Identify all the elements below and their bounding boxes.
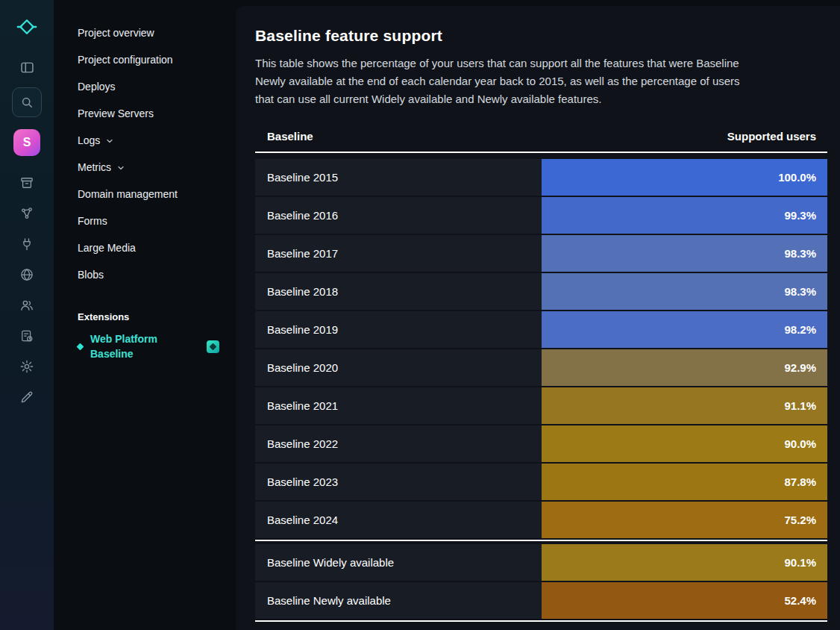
- row-label: Baseline 2023: [255, 464, 542, 500]
- nav-item-label: Deploys: [78, 81, 116, 93]
- sidebar-toggle-button[interactable]: [12, 52, 42, 82]
- table-row: Baseline 2023 87.8%: [255, 464, 827, 500]
- table-row: Baseline 2017 98.3%: [255, 235, 827, 272]
- table-header: Baseline Supported users: [255, 130, 827, 153]
- integrations-rail-button[interactable]: [12, 199, 42, 228]
- main-panel: Baseline feature support This table show…: [236, 6, 840, 630]
- nav-item-label: Metrics: [78, 161, 111, 173]
- row-label: Baseline Newly available: [255, 582, 542, 619]
- row-value-bar: 91.1%: [542, 387, 828, 424]
- row-value-bar: 98.3%: [542, 273, 828, 310]
- row-label: Baseline Widely available: [255, 544, 542, 581]
- nav-item-label: Project overview: [78, 27, 154, 39]
- globe-icon: [19, 267, 34, 282]
- team-avatar[interactable]: S: [13, 129, 40, 156]
- row-value-bar: 90.1%: [542, 544, 828, 581]
- row-label: Baseline 2021: [255, 387, 542, 424]
- nav-item-logs[interactable]: Logs: [78, 127, 221, 154]
- table-bottom-rule: [255, 620, 827, 622]
- page-title: Baseline feature support: [255, 27, 827, 45]
- nav-item-label: Preview Servers: [78, 107, 154, 119]
- nav-item-label: Large Media: [78, 242, 136, 254]
- row-value-bar: 100.0%: [542, 159, 828, 196]
- row-value-bar: 98.2%: [542, 311, 828, 348]
- row-label: Baseline 2022: [255, 425, 542, 462]
- baseline-extension-badge-icon: [207, 340, 219, 353]
- nav-item-label: Forms: [78, 215, 107, 227]
- extension-label: Web Platform Baseline: [90, 331, 178, 361]
- nav-item-deploys[interactable]: Deploys: [78, 73, 221, 100]
- plug-icon: [19, 237, 34, 252]
- page-description: This table shows the percentage of your …: [255, 54, 740, 108]
- project-nav: Project overview Project configuration D…: [54, 0, 236, 630]
- nav-item-project-overview[interactable]: Project overview: [78, 19, 221, 46]
- connect-rail-button[interactable]: [12, 229, 42, 259]
- main-area: Baseline feature support This table show…: [236, 0, 840, 630]
- table-row: Baseline 2015 100.0%: [255, 159, 827, 196]
- nav-item-blobs[interactable]: Blobs: [78, 261, 221, 288]
- row-label: Baseline 2015: [255, 159, 542, 196]
- netlify-logo[interactable]: [12, 12, 42, 42]
- table-row: Baseline 2021 91.1%: [255, 387, 827, 424]
- table-row: Baseline Newly available 52.4%: [255, 582, 827, 619]
- members-rail-button[interactable]: [12, 290, 42, 320]
- row-value-bar: 52.4%: [542, 582, 828, 619]
- nav-item-project-configuration[interactable]: Project configuration: [78, 46, 221, 73]
- row-label: Baseline 2018: [255, 273, 542, 310]
- baseline-table: Baseline Supported users Baseline 2015 1…: [255, 130, 827, 622]
- row-label: Baseline 2024: [255, 502, 542, 538]
- table-row: Baseline 2024 75.2%: [255, 502, 827, 538]
- gear-icon: [19, 359, 34, 374]
- users-icon: [19, 298, 34, 313]
- feedback-rail-button[interactable]: [12, 382, 42, 412]
- row-value-bar: 75.2%: [542, 502, 828, 538]
- nav-item-web-platform-baseline[interactable]: Web Platform Baseline: [78, 331, 219, 361]
- table-separator: [255, 540, 827, 541]
- pencil-icon: [19, 390, 34, 405]
- row-value-bar: 92.9%: [542, 349, 828, 386]
- nav-item-large-media[interactable]: Large Media: [78, 234, 221, 261]
- row-value-bar: 90.0%: [542, 425, 828, 462]
- audit-log-icon: [19, 328, 34, 343]
- sidebar-toggle-icon: [19, 60, 35, 75]
- nav-item-domain-management[interactable]: Domain management: [78, 181, 221, 208]
- nav-item-metrics[interactable]: Metrics: [78, 154, 221, 181]
- row-label: Baseline 2016: [255, 197, 542, 234]
- nav-item-label: Logs: [78, 134, 100, 146]
- table-row: Baseline 2019 98.2%: [255, 311, 827, 348]
- table-row: Baseline 2018 98.3%: [255, 273, 827, 310]
- nav-item-preview-servers[interactable]: Preview Servers: [78, 100, 221, 127]
- icon-rail: S: [0, 0, 54, 630]
- settings-rail-button[interactable]: [12, 352, 42, 381]
- column-header-baseline: Baseline: [267, 130, 313, 143]
- extension-bullet-icon: [77, 343, 84, 350]
- netlify-logo-icon: [16, 16, 37, 37]
- nav-item-label: Domain management: [78, 188, 178, 200]
- table-row: Baseline Widely available 90.1%: [255, 544, 827, 581]
- table-row: Baseline 2016 99.3%: [255, 197, 827, 234]
- table-row: Baseline 2022 90.0%: [255, 425, 827, 462]
- row-label: Baseline 2019: [255, 311, 542, 348]
- nodes-icon: [19, 206, 34, 221]
- domains-rail-button[interactable]: [12, 260, 42, 290]
- nav-item-label: Blobs: [78, 269, 104, 281]
- chevron-down-icon: [105, 137, 114, 146]
- row-value-bar: 87.8%: [542, 464, 828, 500]
- table-row: Baseline 2020 92.9%: [255, 349, 827, 386]
- column-header-supported-users: Supported users: [727, 130, 816, 143]
- chevron-down-icon: [116, 163, 125, 172]
- search-button[interactable]: [12, 87, 42, 117]
- row-value-bar: 99.3%: [542, 197, 828, 234]
- row-label: Baseline 2017: [255, 235, 542, 272]
- row-label: Baseline 2020: [255, 349, 542, 386]
- deploys-rail-button[interactable]: [12, 168, 42, 198]
- nav-item-label: Project configuration: [78, 54, 173, 66]
- archive-box-icon: [19, 175, 34, 190]
- search-icon: [19, 95, 34, 110]
- row-value-bar: 98.3%: [542, 235, 828, 272]
- audit-log-rail-button[interactable]: [12, 321, 42, 351]
- extensions-heading: Extensions: [78, 305, 221, 328]
- nav-item-forms[interactable]: Forms: [78, 208, 221, 234]
